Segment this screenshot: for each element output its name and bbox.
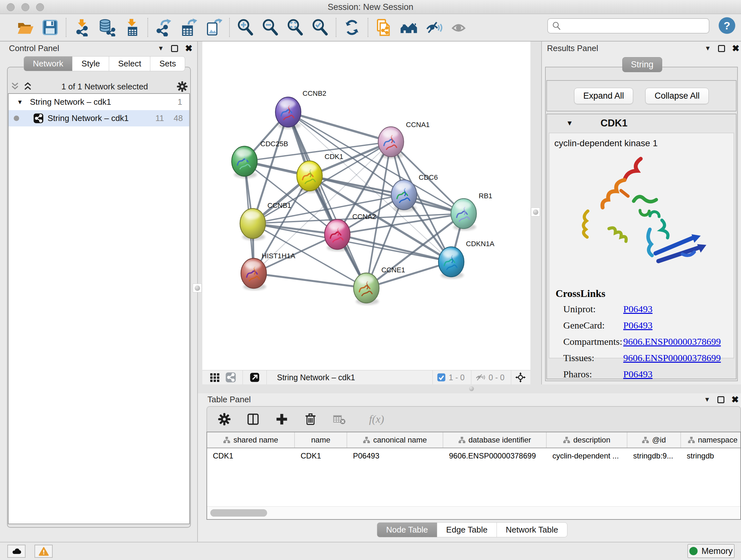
column-header-description[interactable]: description	[547, 432, 627, 448]
network-canvas[interactable]: CCNB2CCNA1CDC25BCDK1CDC6RB1CCNB1CCNA2CDK…	[202, 42, 530, 370]
tree-collapse-caret-icon[interactable]: ▼	[17, 99, 23, 106]
crosslink-link[interactable]: 9606.ENSP00000378699	[623, 336, 721, 347]
tab-network[interactable]: Network	[23, 56, 72, 71]
create-column-button[interactable]	[273, 410, 291, 428]
table-options-button[interactable]	[215, 410, 233, 428]
show-column-selector-button[interactable]	[244, 410, 262, 428]
table-cell[interactable]: P06493	[347, 448, 443, 463]
network-node-CDK1[interactable]	[297, 161, 322, 193]
zoom-out-button[interactable]	[258, 15, 283, 40]
crosslink-link[interactable]: P06493	[623, 369, 653, 380]
table-cell[interactable]: 9606.ENSP00000378699	[443, 448, 547, 463]
column-header-name[interactable]: name	[295, 432, 347, 448]
help-button[interactable]: ?	[719, 17, 735, 34]
results-panel-undock-icon[interactable]	[718, 45, 725, 52]
export-table-button[interactable]	[176, 15, 201, 40]
tab-node-table[interactable]: Node Table	[377, 522, 437, 537]
zoom-selected-button[interactable]	[308, 15, 333, 40]
gene-collapse-caret-icon[interactable]: ▼	[566, 119, 573, 127]
warning-status-button[interactable]	[35, 545, 53, 558]
show-view-button[interactable]	[446, 15, 471, 40]
network-node-CDKN1A[interactable]	[439, 247, 464, 279]
network-node-CCNE1[interactable]	[354, 273, 379, 305]
tab-string[interactable]: String	[622, 57, 662, 72]
right-splitter-handle[interactable]	[531, 207, 540, 216]
collapse-all-icon[interactable]	[10, 82, 20, 91]
network-edge-CCNA1-CCNB1[interactable]	[253, 142, 391, 224]
results-panel-float-icon[interactable]: ▼	[704, 45, 711, 52]
network-tree-item-row[interactable]: String Network – cdk1 11 48	[9, 110, 189, 126]
control-panel-float-icon[interactable]: ▼	[158, 45, 164, 52]
horizontal-splitter[interactable]	[198, 384, 741, 393]
save-session-button[interactable]	[38, 15, 63, 40]
control-panel-undock-icon[interactable]	[171, 45, 178, 52]
zoom-in-button[interactable]	[233, 15, 258, 40]
export-image-button[interactable]	[201, 15, 226, 40]
collapse-all-button[interactable]: Collapse All	[645, 88, 709, 104]
column-header-database-identifier[interactable]: database identifier	[443, 432, 547, 448]
crosslink-link[interactable]: P06493	[623, 304, 653, 314]
import-network-database-button[interactable]	[94, 15, 119, 40]
network-edge-CCNB2-CCNA1[interactable]	[288, 112, 391, 142]
horizontal-splitter-handle[interactable]	[469, 386, 474, 391]
column-header-@id[interactable]: @id	[627, 432, 681, 448]
zoom-fit-button[interactable]	[283, 15, 308, 40]
table-hscrollbar[interactable]	[207, 506, 740, 519]
network-node-RB1[interactable]	[451, 199, 476, 231]
birdseye-grid-button[interactable]	[207, 372, 223, 383]
show-all-levels-button[interactable]	[396, 15, 421, 40]
table-cell[interactable]: CDK1	[295, 448, 347, 463]
network-edge-CCNE1-HIST1H1A[interactable]	[254, 273, 366, 288]
network-node-CDC25B[interactable]	[232, 146, 257, 178]
tab-style[interactable]: Style	[72, 56, 109, 71]
network-overview-button[interactable]	[223, 372, 239, 383]
import-table-file-button[interactable]	[119, 15, 144, 40]
crosslink-link[interactable]: P06493	[623, 320, 653, 331]
results-panel-close-icon[interactable]: ✖	[732, 45, 739, 52]
fit-content-button[interactable]	[513, 372, 529, 383]
table-cell[interactable]: stringdb	[681, 448, 741, 463]
network-node-CCNB2[interactable]	[275, 97, 301, 129]
table-cell[interactable]: stringdb:9...	[627, 448, 681, 463]
detach-view-button[interactable]	[247, 372, 263, 383]
memory-button[interactable]: Memory	[687, 544, 735, 558]
delete-column-button[interactable]	[301, 410, 320, 428]
network-node-HIST1H1A[interactable]	[241, 258, 266, 290]
tab-edge-table[interactable]: Edge Table	[437, 522, 497, 537]
duplicate-network-view-button[interactable]	[372, 15, 396, 40]
tab-select[interactable]: Select	[109, 56, 150, 71]
function-builder-button[interactable]: f(x)	[359, 410, 394, 428]
hscrollbar-thumb[interactable]	[210, 509, 267, 516]
import-network-file-button[interactable]	[70, 15, 94, 40]
tab-network-table[interactable]: Network Table	[497, 522, 567, 537]
column-header-namespace[interactable]: namespace	[681, 432, 741, 448]
search-input[interactable]	[564, 19, 709, 32]
network-tree-root-row[interactable]: ▼ String Network – cdk1 1	[9, 94, 189, 110]
expand-all-button[interactable]: Expand All	[574, 88, 633, 104]
column-header-canonical-name[interactable]: canonical name	[347, 432, 443, 448]
left-splitter[interactable]	[198, 42, 202, 384]
network-node-CCNB1[interactable]	[240, 208, 266, 240]
cloud-status-button[interactable]	[7, 545, 25, 558]
refresh-view-button[interactable]	[340, 15, 364, 40]
crosslink-link[interactable]: 9606.ENSP00000378699	[623, 353, 721, 363]
hide-selected-button[interactable]	[421, 15, 446, 40]
column-header-shared-name[interactable]: shared name	[207, 432, 295, 448]
selected-checkbox-icon[interactable]	[436, 373, 446, 382]
table-row[interactable]: CDK1CDK1P064939606.ENSP00000378699cyclin…	[207, 448, 740, 463]
left-splitter-handle[interactable]	[193, 284, 202, 293]
network-edge-CCNB2-CCNE1[interactable]	[288, 112, 366, 288]
table-panel-undock-icon[interactable]	[718, 396, 724, 403]
hidden-eye-slash-icon[interactable]	[475, 373, 486, 382]
network-graph[interactable]: CCNB2CCNA1CDC25BCDK1CDC6RB1CCNB1CCNA2CDK…	[202, 42, 530, 370]
table-panel-float-icon[interactable]: ▼	[704, 396, 711, 403]
network-node-CCNA2[interactable]	[325, 219, 350, 251]
delete-table-button[interactable]	[330, 410, 348, 428]
tab-sets[interactable]: Sets	[150, 56, 185, 71]
network-node-CCNA1[interactable]	[378, 127, 404, 159]
export-network-button[interactable]	[151, 15, 176, 40]
table-cell[interactable]: CDK1	[207, 448, 295, 463]
control-panel-close-icon[interactable]: ✖	[185, 45, 192, 52]
expand-all-icon[interactable]	[22, 82, 33, 91]
network-options-gear-icon[interactable]	[176, 80, 188, 92]
